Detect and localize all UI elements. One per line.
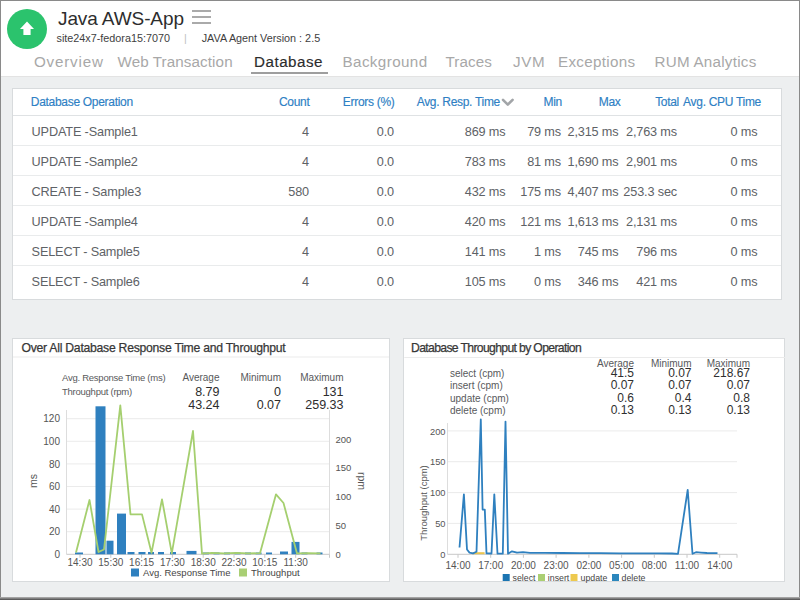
svg-text:420 ms: 420 ms bbox=[465, 215, 506, 229]
svg-text:Database: Database bbox=[254, 53, 323, 70]
svg-text:150: 150 bbox=[336, 462, 352, 473]
svg-text:40: 40 bbox=[49, 504, 61, 515]
svg-text:796 ms: 796 ms bbox=[636, 245, 677, 259]
svg-text:0 ms: 0 ms bbox=[731, 245, 758, 259]
svg-text:745 ms: 745 ms bbox=[578, 245, 619, 259]
svg-text:50: 50 bbox=[435, 519, 445, 529]
svg-text:43.24: 43.24 bbox=[188, 398, 219, 412]
svg-text:783 ms: 783 ms bbox=[465, 155, 506, 169]
svg-text:Traces: Traces bbox=[446, 53, 493, 70]
svg-text:80: 80 bbox=[49, 459, 61, 470]
svg-text:580: 580 bbox=[288, 185, 309, 199]
svg-text:update: update bbox=[581, 573, 608, 583]
svg-text:insert (cpm): insert (cpm) bbox=[450, 380, 503, 391]
svg-text:0.0: 0.0 bbox=[377, 125, 394, 139]
svg-text:CREATE - Sample3: CREATE - Sample3 bbox=[32, 185, 142, 199]
svg-text:17:00: 17:00 bbox=[478, 560, 503, 571]
svg-text:delete: delete bbox=[622, 573, 646, 583]
svg-text:Java AWS-App: Java AWS-App bbox=[58, 8, 184, 29]
svg-text:20: 20 bbox=[49, 526, 61, 537]
svg-text:14:00: 14:00 bbox=[707, 560, 732, 571]
svg-text:Min: Min bbox=[544, 95, 562, 109]
svg-text:0 ms: 0 ms bbox=[731, 275, 758, 289]
svg-text:432 ms: 432 ms bbox=[465, 185, 506, 199]
svg-text:Database Throughput by Operati: Database Throughput by Operation bbox=[411, 341, 581, 355]
svg-text:0: 0 bbox=[336, 549, 341, 560]
svg-text:Overview: Overview bbox=[34, 53, 104, 70]
svg-text:253.3 sec: 253.3 sec bbox=[623, 185, 677, 199]
svg-text:site24x7-fedora15:7070: site24x7-fedora15:7070 bbox=[57, 32, 170, 44]
svg-text:79 ms: 79 ms bbox=[527, 125, 561, 139]
svg-text:0 ms: 0 ms bbox=[731, 125, 758, 139]
svg-text:2,131 ms: 2,131 ms bbox=[626, 215, 677, 229]
svg-text:Avg. Response Time (ms): Avg. Response Time (ms) bbox=[62, 372, 165, 383]
svg-text:Throughput (cpm): Throughput (cpm) bbox=[418, 465, 429, 541]
svg-text:23:00: 23:00 bbox=[544, 560, 569, 571]
svg-text:Avg. Resp. Time: Avg. Resp. Time bbox=[417, 95, 501, 109]
svg-text:421 ms: 421 ms bbox=[636, 275, 677, 289]
svg-text:Avg. CPU Time: Avg. CPU Time bbox=[683, 95, 762, 109]
svg-text:0: 0 bbox=[274, 385, 281, 399]
svg-text:0 ms: 0 ms bbox=[731, 215, 758, 229]
svg-text:8.79: 8.79 bbox=[195, 385, 219, 399]
svg-text:0.13: 0.13 bbox=[668, 403, 692, 417]
svg-text:120: 120 bbox=[43, 413, 60, 424]
svg-text:UPDATE -Sample4: UPDATE -Sample4 bbox=[32, 215, 138, 229]
svg-text:0 ms: 0 ms bbox=[731, 155, 758, 169]
svg-text:2,901 ms: 2,901 ms bbox=[626, 155, 677, 169]
svg-text:175 ms: 175 ms bbox=[520, 185, 561, 199]
svg-text:02:00: 02:00 bbox=[576, 560, 601, 571]
svg-text:259.33: 259.33 bbox=[305, 398, 343, 412]
svg-text:1,613 ms: 1,613 ms bbox=[568, 215, 619, 229]
svg-text:4: 4 bbox=[302, 215, 309, 229]
svg-text:update (cpm): update (cpm) bbox=[450, 393, 509, 404]
svg-text:869 ms: 869 ms bbox=[465, 125, 506, 139]
svg-text:Database Operation: Database Operation bbox=[31, 95, 133, 109]
svg-text:select (cpm): select (cpm) bbox=[450, 368, 504, 379]
svg-text:RUM Analytics: RUM Analytics bbox=[655, 53, 757, 70]
svg-text:50: 50 bbox=[336, 520, 347, 531]
svg-text:delete (cpm): delete (cpm) bbox=[450, 405, 506, 416]
svg-text:UPDATE -Sample1: UPDATE -Sample1 bbox=[32, 125, 138, 139]
svg-text:20:00: 20:00 bbox=[511, 560, 536, 571]
svg-text:346 ms: 346 ms bbox=[578, 275, 619, 289]
svg-text:4: 4 bbox=[302, 155, 309, 169]
svg-text:0.0: 0.0 bbox=[377, 185, 394, 199]
svg-text:105 ms: 105 ms bbox=[465, 275, 506, 289]
svg-text:Errors (%): Errors (%) bbox=[343, 95, 395, 109]
svg-text:JAVA Agent Version : 2.5: JAVA Agent Version : 2.5 bbox=[202, 32, 320, 44]
svg-text:ms: ms bbox=[27, 474, 39, 488]
svg-text:1,690 ms: 1,690 ms bbox=[568, 155, 619, 169]
svg-text:0.0: 0.0 bbox=[377, 215, 394, 229]
svg-text:4: 4 bbox=[302, 245, 309, 259]
svg-text:0.0: 0.0 bbox=[377, 245, 394, 259]
svg-text:Throughput: Throughput bbox=[251, 567, 300, 578]
svg-text:0.13: 0.13 bbox=[727, 403, 751, 417]
svg-text:rpm: rpm bbox=[356, 472, 368, 490]
svg-text:Max: Max bbox=[599, 95, 621, 109]
svg-text:Exceptions: Exceptions bbox=[558, 53, 635, 70]
svg-text:100: 100 bbox=[336, 491, 352, 502]
svg-text:121 ms: 121 ms bbox=[520, 215, 561, 229]
svg-text:81 ms: 81 ms bbox=[527, 155, 561, 169]
svg-text:4: 4 bbox=[302, 125, 309, 139]
svg-text:0 ms: 0 ms bbox=[731, 185, 758, 199]
svg-text:SELECT - Sample5: SELECT - Sample5 bbox=[32, 245, 140, 259]
svg-text:08:00: 08:00 bbox=[642, 560, 667, 571]
svg-text:Web Transaction: Web Transaction bbox=[118, 53, 233, 70]
svg-text:2,763 ms: 2,763 ms bbox=[626, 125, 677, 139]
svg-text:Count: Count bbox=[279, 95, 310, 109]
svg-text:0.13: 0.13 bbox=[611, 403, 635, 417]
svg-text:Average: Average bbox=[182, 372, 220, 383]
svg-text:15:30: 15:30 bbox=[98, 557, 123, 568]
svg-text:1 ms: 1 ms bbox=[534, 245, 561, 259]
svg-text:100: 100 bbox=[430, 488, 446, 498]
svg-text:2,315 ms: 2,315 ms bbox=[568, 125, 619, 139]
svg-text:UPDATE -Sample2: UPDATE -Sample2 bbox=[32, 155, 138, 169]
svg-text:0.07: 0.07 bbox=[257, 398, 281, 412]
svg-text:Throughput (rpm): Throughput (rpm) bbox=[62, 386, 132, 397]
svg-text:60: 60 bbox=[49, 481, 61, 492]
svg-text:Total: Total bbox=[655, 95, 679, 109]
svg-text:14:30: 14:30 bbox=[67, 557, 92, 568]
svg-text:0 ms: 0 ms bbox=[534, 275, 561, 289]
